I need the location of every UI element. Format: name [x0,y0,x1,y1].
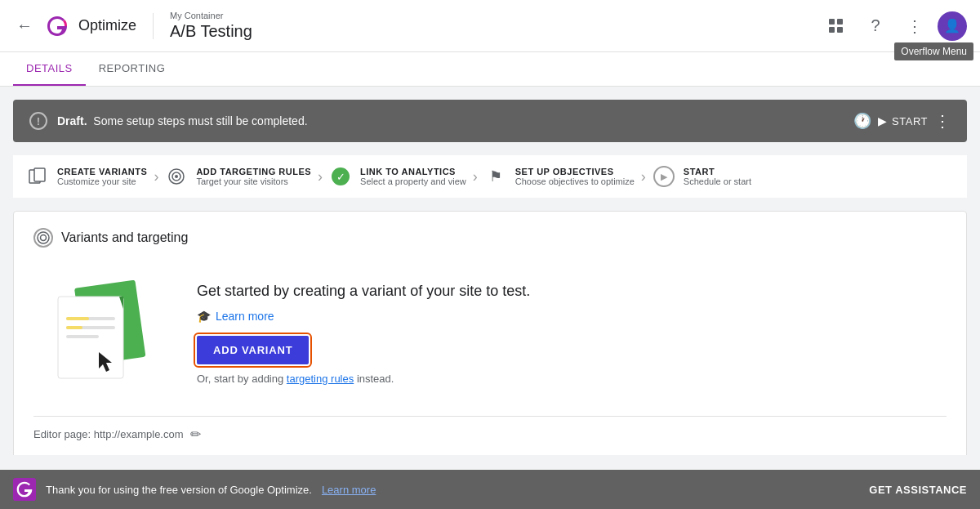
steps-bar: CREATE VARIANTS Customize your site › AD… [13,155,967,198]
draft-banner-right: 🕐 ▶ START ⋮ [853,111,951,131]
svg-rect-3 [34,168,45,181]
step-set-objectives-icon: ⚑ [484,165,507,188]
header-right: ? ⋮ 👤 Overflow Menu [820,10,967,42]
step-link-analytics[interactable]: ✓ LINK TO ANALYTICS Select a property an… [329,165,466,188]
bottom-bar-left: Thank you for using the free version of … [13,478,376,501]
instead-text: instead. [357,373,394,385]
add-variant-button[interactable]: ADD VARIANT [197,336,309,364]
card-content: Get started by creating a variant of you… [197,283,947,385]
step-add-targeting-text: ADD TARGETING RULES Target your site vis… [196,167,311,186]
apps-button[interactable] [820,10,853,42]
app-name: Optimize [78,17,136,34]
clock-icon: 🕐 [853,112,871,130]
step-create-variants-text: CREATE VARIANTS Customize your site [57,167,147,186]
bottom-learn-more-link[interactable]: Learn more [322,484,376,496]
apps-grid-icon [829,19,844,33]
editor-page-label: Editor page: http://example.com [33,428,184,440]
banner-more-icon: ⋮ [934,112,951,130]
draft-message: Draft. Some setup steps must still be co… [57,114,308,127]
draft-status-icon: ! [29,112,47,130]
tabs-bar: DETAILS REPORTING [0,52,980,87]
help-icon: ? [871,16,880,35]
learn-more-link[interactable]: 🎓 Learn more [197,310,947,323]
play-icon: ▶ [878,114,888,127]
learn-more-label: Learn more [216,310,274,323]
draft-description: Some setup steps must still be completed… [93,114,307,127]
main-card: Variants and targeting [13,211,967,455]
edit-icon[interactable]: ✏ [190,426,201,442]
graduation-icon: 🎓 [197,310,211,323]
bottom-bar: Thank you for using the free version of … [0,470,980,509]
banner-more-button[interactable]: ⋮ [934,111,951,131]
card-title: Variants and targeting [61,230,188,245]
experiment-title: A/B Testing [170,22,252,41]
card-header: Variants and targeting [33,228,947,248]
step-set-objectives-text: SET UP OBJECTIVES Choose objectives to o… [515,167,635,186]
card-header-icon [33,228,53,248]
step-set-objectives[interactable]: ⚑ SET UP OBJECTIVES Choose objectives to… [484,165,635,188]
card-content-title: Get started by creating a variant of you… [197,283,947,300]
header-left: ← Optimize My Container A/B Testing [13,11,252,40]
start-label: START [892,115,928,127]
draft-label: Draft. [57,114,87,127]
step-link-analytics-text: LINK TO ANALYTICS Select a property and … [360,167,466,186]
svg-rect-16 [66,326,82,329]
step-add-targeting[interactable]: ADD TARGETING RULES Target your site vis… [165,165,311,188]
card-body: Get started by creating a variant of you… [33,264,947,403]
header: ← Optimize My Container A/B Testing ? [0,0,980,52]
avatar-initial: 👤 [944,18,960,33]
help-button[interactable]: ? [859,10,892,42]
container-label: My Container [170,11,252,21]
draft-banner-left: ! Draft. Some setup steps must still be … [29,112,853,130]
tab-details[interactable]: DETAILS [13,52,86,86]
get-assistance-button[interactable]: GET ASSISTANCE [869,484,967,496]
bottom-bar-text: Thank you for using the free version of … [46,484,312,496]
step-start[interactable]: ▶ START Schedule or start [653,165,751,188]
container-info: My Container A/B Testing [170,11,252,40]
step-add-targeting-icon [165,165,188,188]
step-arrow-2: › [318,168,323,185]
step-create-variants-icon [26,165,49,188]
targeting-rules-link[interactable]: targeting rules [287,373,354,385]
step-arrow-4: › [641,168,646,185]
optimize-logo [42,11,72,41]
bottom-optimize-logo [13,478,36,501]
svg-rect-14 [66,335,99,338]
more-options-button[interactable]: ⋮ [898,10,931,42]
step-arrow-3: › [473,168,478,185]
content-area: ! Draft. Some setup steps must still be … [0,87,980,455]
svg-point-8 [41,235,47,241]
svg-point-7 [38,232,49,243]
tab-reporting[interactable]: REPORTING [86,52,179,86]
more-vert-icon: ⋮ [906,16,923,36]
step-arrow-1: › [154,168,158,185]
variant-illustration [33,280,164,386]
step-link-analytics-icon: ✓ [329,165,352,188]
avatar[interactable]: 👤 [938,11,967,41]
header-divider [153,13,154,39]
step-create-variants[interactable]: CREATE VARIANTS Customize your site [26,165,147,188]
step-start-icon: ▶ [653,165,675,188]
start-button[interactable]: ▶ START [878,114,928,127]
or-text: Or, start by adding targeting rules inst… [197,373,947,385]
editor-footer: Editor page: http://example.com ✏ [33,416,947,442]
overflow-menu-tooltip: Overflow Menu [894,42,973,60]
draft-banner: ! Draft. Some setup steps must still be … [13,100,967,142]
back-button[interactable]: ← [13,13,36,38]
svg-rect-15 [66,317,89,320]
step-start-text: START Schedule or start [684,167,751,186]
svg-point-6 [175,175,178,178]
